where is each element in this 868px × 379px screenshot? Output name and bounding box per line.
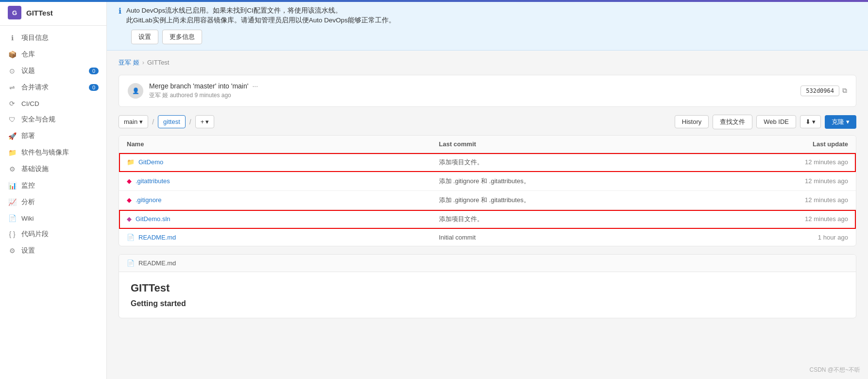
nav-icon: ⚙ — [8, 247, 17, 255]
commit-avatar: 👤 — [128, 83, 143, 99]
sidebar-header: G GITTest — [0, 0, 106, 26]
sidebar-item-7[interactable]: 📁软件包与镜像库 — [0, 144, 106, 161]
file-name: ◆.gitattributes — [127, 177, 439, 185]
commit-title-text: Merge branch 'master' into 'main' — [149, 82, 248, 90]
branch-chevron-icon: ▾ — [139, 118, 143, 125]
sidebar-item-5[interactable]: 🛡安全与合规 — [0, 111, 106, 128]
download-button[interactable]: ⬇ ▾ — [800, 115, 821, 128]
file-name: 📄README.md — [127, 234, 439, 241]
breadcrumb-parent[interactable]: 亚军 姬 — [119, 58, 139, 67]
download-chevron-icon: ▾ — [812, 118, 816, 125]
banner-text: Auto DevOps流水线已启用。如果未找到CI配置文件，将使用该流水线。 此… — [126, 6, 395, 26]
nav-label: 设置 — [21, 246, 35, 255]
sidebar-item-1[interactable]: 📦仓库 — [0, 46, 106, 63]
sidebar-item-8[interactable]: ⚙基础设施 — [0, 161, 106, 177]
copy-hash-button[interactable]: ⧉ — [842, 86, 847, 95]
commit-info: Merge branch 'master' into 'main' ··· 亚军… — [149, 82, 795, 100]
file-time: 12 minutes ago — [751, 196, 848, 204]
col-name: Name — [127, 140, 439, 148]
branch-name: main — [124, 118, 137, 125]
table-row[interactable]: ◆.gitignore 添加 .gitignore 和 .gitattribut… — [119, 191, 856, 210]
file-name: 📁GitDemo — [127, 158, 439, 166]
file-time: 12 minutes ago — [751, 215, 848, 223]
readme-file-icon: 📄 — [127, 259, 135, 267]
col-update: Last update — [751, 140, 848, 148]
commit-hash: 532d0964 — [800, 86, 839, 96]
add-chevron-icon: ▾ — [205, 118, 209, 125]
content-area: 亚军 姬 › GITTest 👤 Merge branch 'master' i… — [107, 51, 868, 379]
table-row[interactable]: 📁GitDemo 添加项目文件。 12 minutes ago — [119, 153, 856, 172]
sidebar-item-10[interactable]: 📈分析 — [0, 194, 106, 210]
sidebar-item-3[interactable]: ⇌合并请求0 — [0, 79, 106, 96]
readme-header: 📄 README.md — [119, 255, 856, 272]
settings-button[interactable]: 设置 — [131, 30, 158, 44]
nav-icon: 📁 — [8, 149, 17, 156]
nav-label: 代码片段 — [21, 230, 49, 239]
branch-selector[interactable]: main ▾ — [119, 115, 148, 128]
nav-label: 项目信息 — [21, 34, 49, 42]
path-separator: / — [152, 118, 154, 126]
nav-icon: 🛡 — [8, 116, 17, 123]
file-time: 12 minutes ago — [751, 158, 848, 166]
info-icon: ℹ — [119, 6, 121, 16]
nav-label: 议题 — [21, 67, 35, 75]
file-commit: 添加项目文件。 — [439, 158, 751, 167]
repo-controls: main ▾ / gittest / + ▾ History 查找文件 Web … — [119, 115, 856, 129]
sidebar-item-13[interactable]: ⚙设置 — [0, 242, 106, 259]
nav-label: 监控 — [21, 181, 35, 190]
commit-card: 👤 Merge branch 'master' into 'main' ··· … — [119, 75, 856, 107]
nav-icon: { } — [8, 230, 17, 238]
nav-icon: 📈 — [8, 198, 17, 206]
file-icon: ◆ — [127, 177, 132, 185]
file-commit: 添加 .gitignore 和 .gitattributes。 — [439, 177, 751, 186]
nav-label: Wiki — [21, 215, 34, 222]
sidebar-item-9[interactable]: 📊监控 — [0, 177, 106, 194]
breadcrumb-separator: › — [142, 59, 144, 66]
sidebar-item-0[interactable]: ℹ项目信息 — [0, 30, 106, 46]
file-time: 12 minutes ago — [751, 177, 848, 185]
file-name: ◆.gitignore — [127, 196, 439, 204]
readme-body: GITTest Getting started — [119, 272, 856, 318]
sidebar-item-12[interactable]: { }代码片段 — [0, 226, 106, 242]
path-segment: gittest — [158, 115, 186, 128]
nav-icon: ℹ — [8, 34, 17, 42]
readme-section: 📄 README.md GITTest Getting started — [119, 254, 856, 318]
nav-label: 部署 — [21, 132, 35, 140]
file-commit: Initial commit — [439, 234, 751, 241]
nav-label: 基础设施 — [21, 165, 49, 173]
commit-meta: 亚军 姬 authored 9 minutes ago — [149, 91, 795, 100]
sidebar-item-2[interactable]: ⊙议题0 — [0, 63, 106, 79]
nav-icon: 🚀 — [8, 132, 17, 140]
folder-icon: 📁 — [127, 158, 135, 166]
table-row[interactable]: 📄README.md Initial commit 1 hour ago — [119, 229, 856, 246]
history-button[interactable]: History — [675, 115, 709, 128]
readme-subtitle: Getting started — [131, 299, 844, 308]
clone-button[interactable]: 克隆 ▾ — [825, 115, 856, 129]
sidebar-item-4[interactable]: ⟳CI/CD — [0, 96, 106, 111]
path-slash: / — [189, 118, 191, 126]
file-table: Name Last commit Last update 📁GitDemo 添加… — [119, 135, 856, 246]
nav-badge: 0 — [89, 68, 99, 74]
sidebar-item-6[interactable]: 🚀部署 — [0, 128, 106, 144]
nav-icon: ⇌ — [8, 84, 17, 91]
sidebar-item-11[interactable]: 📄Wiki — [0, 210, 106, 226]
readme-title: GITTest — [131, 282, 844, 294]
readme-header-label: README.md — [138, 259, 176, 267]
more-info-button[interactable]: 更多信息 — [162, 30, 202, 44]
nav-icon: 📦 — [8, 51, 17, 58]
plus-icon: + — [201, 118, 204, 125]
commit-more-button[interactable]: ··· — [252, 82, 258, 90]
table-row[interactable]: ◆.gitattributes 添加 .gitignore 和 .gitattr… — [119, 172, 856, 191]
avatar: G — [8, 6, 21, 19]
web-ide-button[interactable]: Web IDE — [756, 115, 796, 128]
file-table-header: Name Last commit Last update — [119, 136, 856, 153]
nav-label: 软件包与镜像库 — [21, 148, 69, 157]
table-row[interactable]: ◆GitDemo.sln 添加项目文件。 12 minutes ago — [119, 210, 856, 229]
find-file-button[interactable]: 查找文件 — [713, 115, 752, 129]
file-commit: 添加项目文件。 — [439, 215, 751, 224]
clone-chevron-icon: ▾ — [846, 118, 850, 125]
nav-label: 合并请求 — [21, 83, 49, 92]
add-path-button[interactable]: + ▾ — [195, 115, 215, 128]
nav-label: 分析 — [21, 198, 35, 207]
file-icon: ◆ — [127, 196, 132, 204]
